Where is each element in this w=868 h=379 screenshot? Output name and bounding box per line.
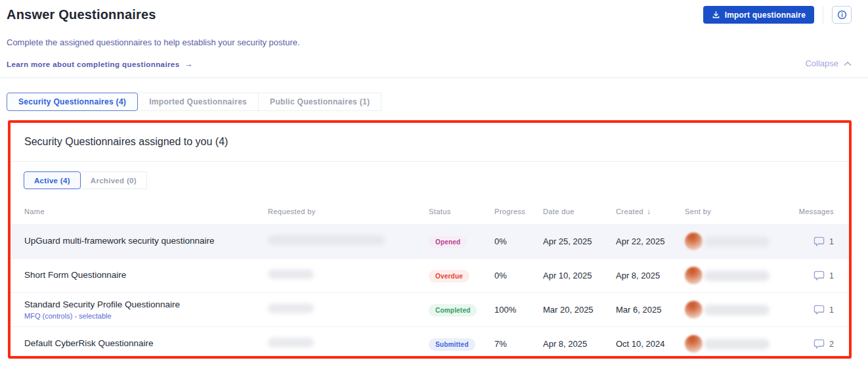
avatar <box>685 267 703 284</box>
name-cell: UpGuard multi-framework security questio… <box>24 236 268 247</box>
column-header-date-due[interactable]: Date due <box>543 208 616 215</box>
questionnaire-name: Standard Security Profile Questionnaire <box>24 300 268 311</box>
chevron-up-icon <box>844 61 852 66</box>
messages-button[interactable]: 1 <box>798 304 834 315</box>
questionnaire-name: Short Form Questionnaire <box>24 270 268 281</box>
redacted-sender-name <box>704 305 770 315</box>
messages-button[interactable]: 1 <box>798 236 834 247</box>
page-subtitle: Complete the assigned questionnaires to … <box>7 37 300 47</box>
collapse-label: Collapse <box>805 58 838 68</box>
table-row[interactable]: Standard Security Profile Questionnaire … <box>11 292 849 326</box>
page-title: Answer Questionnaires <box>7 7 156 22</box>
collapse-toggle[interactable]: Collapse <box>805 58 852 68</box>
column-header-requested-by[interactable]: Requested by <box>268 208 429 215</box>
header-actions: Import questionnaire <box>703 6 852 24</box>
requested-by-cell <box>268 338 429 350</box>
sent-by-cell <box>685 267 798 284</box>
header-divider <box>823 7 823 24</box>
name-cell: Standard Security Profile Questionnaire … <box>24 300 268 320</box>
column-header-name[interactable]: Name <box>24 208 268 215</box>
sent-by-cell <box>685 233 798 250</box>
date-due-value: Apr 25, 2025 <box>543 236 616 246</box>
import-questionnaire-button[interactable]: Import questionnaire <box>703 6 814 24</box>
sent-by-cell <box>685 301 798 319</box>
date-due-value: Apr 8, 2025 <box>543 339 616 349</box>
column-header-sent-by[interactable]: Sent by <box>685 208 798 215</box>
avatar <box>685 335 703 353</box>
avatar <box>685 301 703 319</box>
status-cell: Completed <box>429 303 494 317</box>
message-bubble-icon <box>813 304 825 315</box>
requested-by-cell <box>268 235 429 248</box>
progress-value: 7% <box>494 339 543 349</box>
tab-public-questionnaires[interactable]: Public Questionnaires (1) <box>258 93 381 111</box>
table-row[interactable]: UpGuard multi-framework security questio… <box>11 224 849 258</box>
created-value: Mar 6, 2025 <box>616 305 685 315</box>
messages-button[interactable]: 2 <box>798 338 834 349</box>
progress-value: 0% <box>494 236 543 246</box>
info-button[interactable] <box>832 6 852 24</box>
info-icon <box>837 10 847 20</box>
column-header-created[interactable]: Created ↓ <box>616 207 685 216</box>
created-value: Oct 10, 2024 <box>616 339 685 349</box>
name-cell: Short Form Questionnaire <box>24 270 268 281</box>
date-due-value: Mar 20, 2025 <box>543 305 616 315</box>
progress-value: 100% <box>494 305 543 315</box>
created-value: Apr 22, 2025 <box>616 236 685 246</box>
message-count: 1 <box>829 237 834 246</box>
status-cell: Opened <box>429 235 494 248</box>
progress-value: 0% <box>494 271 543 280</box>
sent-by-cell <box>685 335 798 353</box>
learn-more-label: Learn more about completing questionnair… <box>7 60 179 68</box>
column-header-status[interactable]: Status <box>429 208 494 215</box>
status-badge: Opened <box>429 236 467 248</box>
archive-filter-tabs: Active (4) Archived (0) <box>11 162 849 198</box>
messages-button[interactable]: 1 <box>798 270 834 281</box>
questionnaire-tabs: Security Questionnaires (4) Imported Que… <box>7 93 381 111</box>
download-icon <box>712 11 720 19</box>
status-badge: Completed <box>429 304 477 317</box>
table-row[interactable]: Short Form Questionnaire Overdue 0% Apr … <box>11 258 849 292</box>
panel-header: Security Questionnaires assigned to you … <box>11 123 849 162</box>
status-cell: Overdue <box>429 269 494 282</box>
status-cell: Submitted <box>429 338 494 351</box>
questionnaire-name: Default CyberRisk Questionnaire <box>24 338 268 349</box>
redacted-requested-by <box>268 269 314 279</box>
message-bubble-icon <box>813 270 825 281</box>
name-cell: Default CyberRisk Questionnaire <box>24 338 268 349</box>
assigned-questionnaires-panel: Security Questionnaires assigned to you … <box>8 120 852 359</box>
subtab-archived[interactable]: Archived (0) <box>80 171 147 189</box>
message-count: 2 <box>829 340 834 349</box>
table-header: Name Requested by Status Progress Date d… <box>11 198 849 224</box>
import-questionnaire-label: Import questionnaire <box>725 11 806 20</box>
requested-by-cell <box>268 269 429 282</box>
redacted-requested-by <box>268 235 385 245</box>
redacted-sender-name <box>704 339 770 349</box>
panel-title: Security Questionnaires assigned to you … <box>24 136 228 148</box>
sort-descending-icon: ↓ <box>647 207 651 216</box>
table-row[interactable]: Default CyberRisk Questionnaire Submitte… <box>11 326 849 359</box>
redacted-requested-by <box>268 338 314 347</box>
subtab-active[interactable]: Active (4) <box>24 171 81 189</box>
message-count: 1 <box>829 305 834 315</box>
column-header-messages[interactable]: Messages <box>798 208 834 215</box>
created-value: Apr 8, 2025 <box>616 271 685 280</box>
status-badge: Overdue <box>429 270 469 282</box>
message-count: 1 <box>829 271 834 280</box>
column-header-created-label: Created <box>616 208 643 215</box>
message-bubble-icon <box>813 338 825 349</box>
redacted-sender-name <box>704 236 770 247</box>
learn-more-link[interactable]: Learn more about completing questionnair… <box>7 59 193 69</box>
questionnaire-type-link[interactable]: MFQ (controls) - selectable <box>24 312 268 320</box>
tab-security-questionnaires[interactable]: Security Questionnaires (4) <box>7 93 138 111</box>
avatar <box>685 233 703 250</box>
arrow-right-icon: → <box>184 59 192 69</box>
questionnaire-name: UpGuard multi-framework security questio… <box>24 236 268 247</box>
table-body: UpGuard multi-framework security questio… <box>11 224 849 359</box>
date-due-value: Apr 10, 2025 <box>543 271 616 280</box>
tab-imported-questionnaires[interactable]: Imported Questionnaires <box>137 93 259 111</box>
status-badge: Submitted <box>429 338 475 351</box>
column-header-progress[interactable]: Progress <box>494 208 543 215</box>
redacted-requested-by <box>268 303 314 313</box>
message-bubble-icon <box>813 236 825 247</box>
